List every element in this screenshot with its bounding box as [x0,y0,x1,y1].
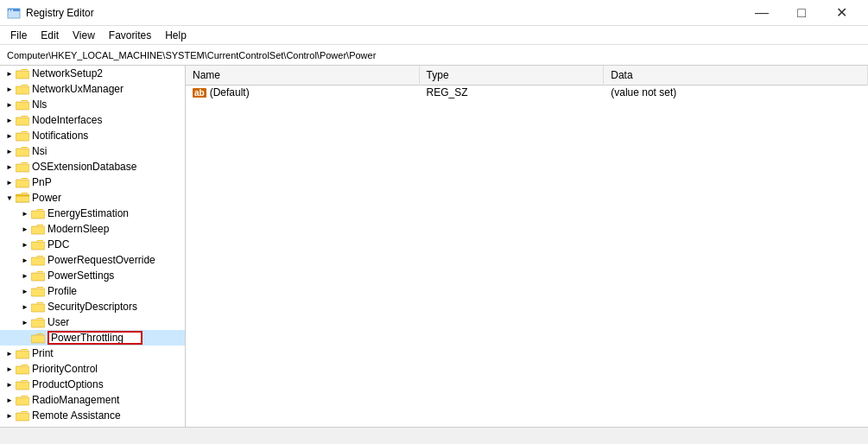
svg-rect-20 [31,304,45,312]
menu-bar: FileEditViewFavoritesHelp [0,26,868,45]
svg-rect-21 [31,320,45,327]
tree-item-label: Nls [32,98,47,111]
folder-icon [16,192,29,204]
chevron-icon: ► [19,254,31,266]
tree-item-label: Notifications [32,130,88,142]
col-type: Type [419,66,604,85]
chevron-icon: ► [19,316,31,328]
tree-item-label: Profile [48,285,77,297]
tree-item-RadioManagement[interactable]: ► RadioManagement [0,392,185,408]
tree-scroll[interactable]: ► NetworkSetup2► NetworkUxManager► Nls► … [0,66,185,427]
tree-item-Nls[interactable]: ► Nls [0,97,185,112]
title-bar-controls: — □ ✕ [742,0,861,26]
tree-item-label: PowerRequestOverride [48,254,155,266]
tree-item-Notifications[interactable]: ► Notifications [0,128,185,143]
tree-item-label: Print [32,347,54,359]
svg-rect-11 [16,180,29,187]
tree-item-User[interactable]: ► User [0,314,185,330]
folder-icon [16,347,29,359]
tree-item-label: PriorityControl [32,363,98,375]
tree-item-label: Nsi [32,145,47,157]
tree-edit-input[interactable] [48,331,143,345]
cell-name: ab(Default) [186,85,419,100]
tree-item-NetworkUxManager[interactable]: ► NetworkUxManager [0,81,185,97]
svg-rect-24 [16,366,29,374]
tree-item-Print[interactable]: ► Print [0,346,185,361]
svg-rect-13 [16,196,29,202]
tree-item-label: Power [32,192,61,204]
svg-rect-26 [16,397,29,405]
tree-item-ModernSleep[interactable]: ► ModernSleep [0,221,185,237]
title-bar-left: Registry Editor [7,6,94,20]
chevron-icon: ► [3,425,16,427]
minimize-button[interactable]: — [742,0,782,26]
chevron-icon: ► [19,238,31,251]
chevron-icon: ► [3,114,16,126]
chevron-icon [19,332,31,344]
tree-item-OSExtensionDatabase[interactable]: ► OSExtensionDatabase [0,159,185,174]
cell-type: REG_SZ [419,85,604,100]
svg-rect-19 [31,289,45,296]
tree-item-label: EnergyEstimation [48,207,129,219]
svg-rect-23 [16,351,29,358]
table-row[interactable]: ab(Default)REG_SZ(value not set) [186,85,868,100]
tree-item-ProductOptions[interactable]: ► ProductOptions [0,377,185,392]
menu-item-view[interactable]: View [66,26,102,45]
folder-icon [31,223,45,235]
chevron-icon: ► [3,378,16,390]
tree-item-label: ProductOptions [32,378,104,390]
tree-item-PowerSettings[interactable]: ► PowerSettings [0,268,185,283]
menu-item-file[interactable]: File [3,26,34,45]
menu-item-favorites[interactable]: Favorites [102,26,158,45]
data-pane[interactable]: Name Type Data ab(Default)REG_SZ(value n… [186,66,868,427]
address-bar: Computer\HKEY_LOCAL_MACHINE\SYSTEM\Curre… [0,45,868,66]
tree-item-EnergyEstimation[interactable]: ► EnergyEstimation [0,206,185,221]
tree-item-PowerRequestOverride[interactable]: ► PowerRequestOverride [0,252,185,268]
maximize-button[interactable]: □ [782,0,821,26]
chevron-icon: ► [3,347,16,359]
folder-icon [31,301,45,313]
cell-data: (value not set) [604,85,868,100]
folder-icon [16,378,29,390]
svg-rect-3 [11,10,13,11]
tree-item-Nsi[interactable]: ► Nsi [0,143,185,159]
status-bar [0,427,868,444]
ab-icon: ab [193,88,206,98]
menu-item-help[interactable]: Help [158,26,193,45]
tree-item-PnP[interactable]: ► PnP [0,174,185,190]
tree-item-label: SecurityDescriptors [48,301,137,313]
tree-item-Power[interactable]: ▼ Power [0,190,185,206]
chevron-icon: ▼ [3,192,16,204]
tree-item-RetailDemo[interactable]: ► RetailDemo [0,423,185,427]
svg-rect-27 [16,413,29,421]
tree-item-SecurityDescriptors[interactable]: ► SecurityDescriptors [0,299,185,314]
tree-pane: ► NetworkSetup2► NetworkUxManager► Nls► … [0,66,186,427]
folder-icon [16,161,29,173]
menu-item-edit[interactable]: Edit [34,26,66,45]
chevron-icon: ► [3,67,16,79]
folder-icon [16,83,29,95]
tree-item-NodeInterfaces[interactable]: ► NodeInterfaces [0,112,185,128]
folder-icon [31,285,45,297]
svg-rect-17 [31,257,45,265]
svg-rect-9 [16,149,29,156]
folder-icon [16,67,29,79]
tree-item-label: PnP [32,176,52,188]
svg-rect-18 [31,273,45,281]
tree-item-PDC[interactable]: ► PDC [0,237,185,252]
svg-rect-7 [16,117,29,125]
svg-rect-25 [16,382,29,390]
tree-item-PowerThrottling[interactable] [0,330,185,346]
folder-icon [16,363,29,375]
close-button[interactable]: ✕ [821,0,861,26]
tree-item-PriorityControl[interactable]: ► PriorityControl [0,361,185,377]
tree-item-label: User [48,316,69,328]
folder-icon [31,207,45,219]
tree-item-RemoteAssistance[interactable]: ► Remote Assistance [0,408,185,423]
folder-icon [31,332,45,344]
chevron-icon: ► [3,83,16,95]
tree-item-NetworkSetup2[interactable]: ► NetworkSetup2 [0,66,185,81]
tree-item-Profile[interactable]: ► Profile [0,283,185,299]
chevron-icon: ► [3,176,16,188]
chevron-icon: ► [3,394,16,406]
